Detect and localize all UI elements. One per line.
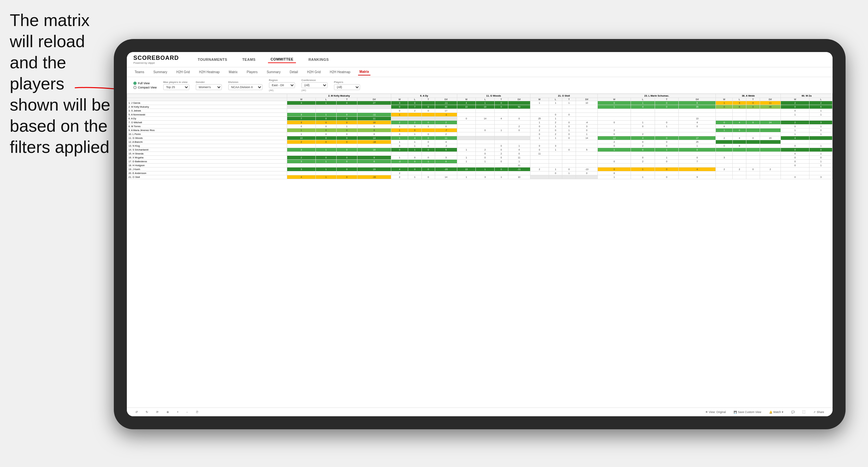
compact-view-option[interactable]: Compact View <box>133 86 157 89</box>
col-header-webb: 38. A Webb <box>716 94 781 98</box>
full-view-option[interactable]: Full View <box>133 82 157 85</box>
matrix-area[interactable]: 2. M Kelly Mulcahy 6. A Dy 11. G Woods 2… <box>127 94 833 407</box>
wlt-l7: L <box>809 98 833 101</box>
wlt-d1: Dif <box>358 98 391 101</box>
table-row: 21. O Stoll 4 1 0 -33 2 1 0 14 1 3 1 10 <box>127 175 833 179</box>
tab-summary2[interactable]: Summary <box>266 69 282 75</box>
comment-button[interactable]: 💬 <box>789 409 797 415</box>
players-label: Players <box>334 81 360 84</box>
tab-players[interactable]: Players <box>246 69 259 75</box>
table-row: 3. S Jelinek 0 2 0 17 <box>127 109 833 113</box>
wlt-l1: L <box>316 98 337 101</box>
gender-label: Gender <box>196 81 222 84</box>
save-custom-button[interactable]: 💾 Save Custom View <box>732 409 763 415</box>
wlt-t6: T <box>746 98 760 101</box>
tab-h2h-grid[interactable]: H2H Grid <box>175 69 191 75</box>
max-players-label: Max players in view <box>163 81 189 84</box>
division-select[interactable]: NCAA Division II <box>228 84 262 90</box>
table-row: 16. X Mcgaha 2 0 0 8 1 0 0 3 1 0 0 11 <box>127 156 833 160</box>
nav-tournaments[interactable]: TOURNAMENTS <box>195 56 230 63</box>
table-row: 20. E Andersson 2 0 <box>127 172 833 175</box>
share-button[interactable]: ↗ Share <box>811 409 826 415</box>
wlt-d6: Dif <box>760 98 781 101</box>
tab-h2h-grid2[interactable]: H2H Grid <box>306 69 322 75</box>
view-options: Full View Compact View <box>133 82 157 89</box>
col-header-dy: 6. A Dy <box>391 94 457 98</box>
players-filter: Players (All) <box>334 81 360 90</box>
tab-h2h-heatmap2[interactable]: H2H Heatmap <box>329 69 351 75</box>
wlt-w5: W <box>598 98 631 101</box>
logo-subtitle: Powered by clippd <box>133 61 179 64</box>
bottom-toolbar: ↺ ↻ ⟳ ⊕ + − ⏱ 👁 View: Original 💾 Save Cu… <box>127 407 833 416</box>
table-row: 14. S Srichantamit 3 1 0 18 0 1 0 5 1 2 … <box>127 148 833 152</box>
wlt-t1: T <box>337 98 358 101</box>
full-view-radio[interactable] <box>133 82 136 85</box>
wlt-w1: W <box>287 98 315 101</box>
wlt-t2: T <box>422 98 435 101</box>
table-row: 13. N Klug 0 1 0 -2 0 1 0 <box>127 144 833 148</box>
compact-view-radio[interactable] <box>133 86 136 89</box>
table-row: 1. J Garcia 3 1 0 27 3 0 -11 4 1 0 1 <box>127 101 833 105</box>
table-row: 18. H Hodgson 11 <box>127 163 833 167</box>
share-label: Share <box>817 410 824 414</box>
sub-tabs: Teams Summary H2H Grid H2H Heatmap Matri… <box>127 67 833 77</box>
wlt-d5: Dif <box>679 98 716 101</box>
player-name: 21. O Stoll <box>127 175 287 179</box>
tab-matrix2[interactable]: Matrix <box>358 69 370 75</box>
gender-filter: Gender Women's <box>196 81 222 90</box>
region-label: Region <box>269 79 295 82</box>
player-name: 8. M Torres <box>127 125 287 128</box>
view-original-button[interactable]: 👁 View: Original <box>704 409 728 415</box>
logo: SCOREBOARD Powered by clippd <box>133 55 179 64</box>
corner-cell <box>127 94 287 98</box>
table-row: 6. A Dy 7 0 0 11 0 14 4 0 25 <box>127 117 833 121</box>
full-view-label: Full View <box>138 82 150 85</box>
player-name: 18. H Hodgson <box>127 163 287 167</box>
division-filter: Division NCAA Division II <box>228 81 262 90</box>
zoom-button[interactable]: ⊕ <box>164 409 171 415</box>
players-select[interactable]: (All) <box>334 84 360 90</box>
compact-view-label: Compact View <box>138 86 157 89</box>
division-label: Division <box>228 81 262 84</box>
table-row: 2. M Kelly Mulcahy 0 7 0 40 10 10 0 50 <box>127 105 833 109</box>
table-row: 7. O Mitchell 3 0 0 18 2 2 0 2 1 <box>127 121 833 125</box>
player-name: 16. X Mcgaha <box>127 156 287 160</box>
zoom-out-button[interactable]: − <box>184 409 190 415</box>
wlt-l3: L <box>476 98 494 101</box>
tab-summary[interactable]: Summary <box>152 69 168 75</box>
nav-rankings[interactable]: RANKINGS <box>306 56 331 63</box>
watch-label: Watch <box>773 410 781 414</box>
matrix-table: 2. M Kelly Mulcahy 6. A Dy 11. G Woods 2… <box>127 94 833 179</box>
region-filter: Region East - DII (All) <box>269 79 295 92</box>
conference-select[interactable]: (All) <box>302 82 328 88</box>
zoom-in-button[interactable]: + <box>175 409 181 415</box>
filter-row: Full View Compact View Max players in vi… <box>127 77 833 94</box>
wlt-t5: T <box>655 98 679 101</box>
watch-button[interactable]: 🔔 Watch ▾ <box>767 409 786 415</box>
undo-button[interactable]: ↺ <box>133 409 140 415</box>
table-row: 15. H Stranda 0 2 0 11 <box>127 152 833 156</box>
table-row: 17. D Ballesteros 3 1 0 6 -2 0 1 0 1 1 0… <box>127 160 833 163</box>
wlt-t3: T <box>494 98 508 101</box>
col-header-za: 60. W Za <box>781 94 833 98</box>
region-select[interactable]: East - DII <box>269 82 295 88</box>
max-players-select[interactable]: Top 25 <box>163 84 189 90</box>
gender-select[interactable]: Women's <box>196 84 222 90</box>
fullscreen-button[interactable]: ⛶ <box>801 409 807 415</box>
refresh-button[interactable]: ⟳ <box>154 409 161 415</box>
redo-button[interactable]: ↻ <box>144 409 150 415</box>
wlt-w6: W <box>716 98 733 101</box>
wlt-l5: L <box>631 98 655 101</box>
table-row: 9. A Maria Jimenez Rios 1 0 0 6 1 0 -7 0… <box>127 128 833 132</box>
nav-committee[interactable]: COMMITTEE <box>268 56 296 63</box>
table-row: 8. M Torres 0 0 1 0 1 0 1 0 2 0 <box>127 125 833 128</box>
settings-button[interactable]: ⏱ <box>194 409 201 415</box>
nav-teams[interactable]: TEAMS <box>240 56 258 63</box>
tab-teams[interactable]: Teams <box>133 69 145 75</box>
wlt-w7: W <box>781 98 809 101</box>
tab-h2h-heatmap[interactable]: H2H Heatmap <box>198 69 221 75</box>
tab-detail[interactable]: Detail <box>288 69 300 75</box>
tab-matrix[interactable]: Matrix <box>227 69 239 75</box>
annotation-text: The matrix will reload and the players s… <box>10 10 114 158</box>
wlt-w3: W <box>457 98 475 101</box>
